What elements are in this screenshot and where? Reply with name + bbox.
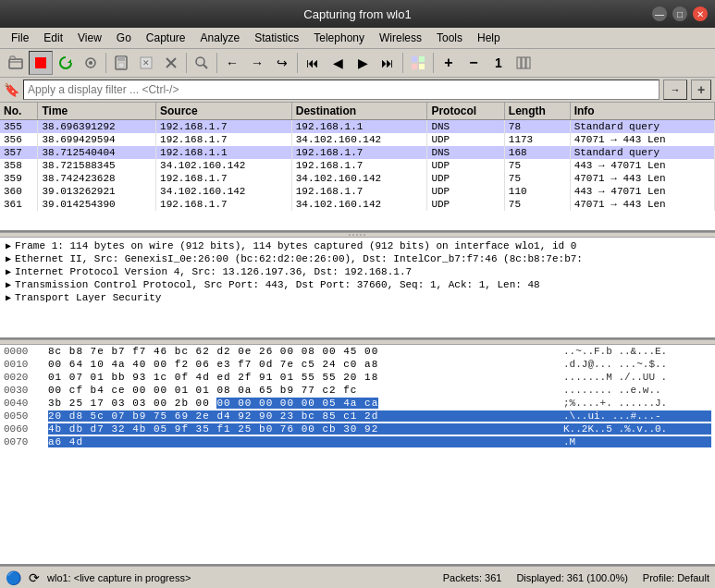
table-row[interactable]: 36139.014254390192.168.1.734.102.160.142… (0, 198, 715, 211)
maximize-button[interactable]: □ (672, 6, 687, 21)
hex-row[interactable]: 00604b db d7 32 4b 05 9f 35 f1 25 b0 76 … (0, 423, 715, 435)
minimize-button[interactable]: — (652, 6, 667, 21)
options-button[interactable] (79, 51, 103, 75)
detail-item[interactable]: ▶Frame 1: 114 bytes on wire (912 bits), … (2, 239, 713, 252)
col-source[interactable]: Source (156, 103, 292, 120)
menu-item-go[interactable]: Go (109, 30, 139, 46)
window-title: Capturing from wlo1 (303, 7, 411, 21)
svg-line-14 (203, 65, 207, 68)
detail-item[interactable]: ▶Ethernet II, Src: GenexisI_0e:26:00 (bc… (2, 252, 713, 265)
toolbar-separator-3 (216, 53, 217, 73)
hex-offset: 0010 (4, 359, 41, 370)
hex-row[interactable]: 00008c b8 7e b7 f7 46 bc 62 d2 0e 26 00 … (0, 345, 715, 358)
filter-icon: 🔖 (4, 82, 19, 98)
open-button[interactable] (4, 51, 28, 75)
svg-rect-1 (10, 56, 15, 59)
col-destination[interactable]: Destination (291, 103, 427, 120)
hex-row[interactable]: 001000 64 10 4a 40 00 f2 06 e3 f7 0d 7e … (0, 358, 715, 371)
detail-item[interactable]: ▶Transmission Control Protocol, Src Port… (2, 278, 713, 291)
packet-table-body: 35538.696391292192.168.1.7192.168.1.1DNS… (0, 120, 715, 212)
zoom-out-button[interactable]: − (462, 51, 486, 75)
col-info[interactable]: Info (570, 103, 714, 120)
svg-point-5 (89, 61, 92, 65)
menu-item-statistics[interactable]: Statistics (247, 30, 306, 46)
table-row[interactable]: 35638.699429594192.168.1.734.102.160.142… (0, 133, 715, 146)
hex-row[interactable]: 002001 07 01 bb 93 1c 0f 4d ed 2f 91 01 … (0, 371, 715, 384)
packets-count: Packets: 361 (443, 572, 502, 583)
hex-ascii: .M (563, 436, 711, 447)
menu-item-analyze[interactable]: Analyze (193, 30, 248, 46)
col-protocol[interactable]: Protocol (427, 103, 504, 120)
toolbar: ✕ ← → ↪ ⏮ ◀ ▶ ⏭ + − 1 (0, 49, 715, 78)
status-spinner-icon: ⟳ (29, 570, 40, 585)
svg-rect-16 (419, 56, 425, 62)
zoom-in-button[interactable]: + (437, 51, 461, 75)
resize-columns-button[interactable] (512, 51, 536, 75)
detail-text: Frame 1: 114 bytes on wire (912 bits), 1… (15, 240, 576, 251)
detail-text: Ethernet II, Src: GenexisI_0e:26:00 (bc:… (15, 253, 583, 264)
table-row[interactable]: 35738.712540404192.168.1.1192.168.1.7DNS… (0, 146, 715, 159)
menu-item-wireless[interactable]: Wireless (372, 30, 429, 46)
detail-item[interactable]: ▶Internet Protocol Version 4, Src: 13.12… (2, 265, 713, 278)
hex-ascii: .......M ./..UU . (563, 372, 711, 383)
hex-row[interactable]: 0070a6 4d.M (0, 435, 715, 448)
hex-bytes: 00 64 10 4a 40 00 f2 06 e3 f7 0d 7e c5 2… (48, 359, 563, 370)
toolbar-separator-1 (105, 53, 106, 73)
menu-item-capture[interactable]: Capture (139, 30, 193, 46)
close-file-button[interactable]: ✕ (134, 51, 158, 75)
hex-offset: 0060 (4, 423, 41, 435)
hex-offset: 0070 (4, 436, 41, 447)
status-capture-icon: 🔵 (6, 570, 21, 585)
table-row[interactable]: 35538.696391292192.168.1.7192.168.1.1DNS… (0, 120, 715, 134)
svg-rect-8 (118, 63, 124, 67)
svg-text:✕: ✕ (142, 58, 150, 67)
col-time[interactable]: Time (38, 103, 156, 120)
display-filter-input[interactable] (23, 80, 660, 100)
colorize-button[interactable] (406, 51, 430, 75)
restart-button[interactable] (54, 51, 78, 75)
filter-add-button[interactable]: + (691, 80, 711, 100)
first-button[interactable]: ⏮ (301, 51, 325, 75)
toolbar-separator-5 (402, 53, 403, 73)
last-button[interactable]: ⏭ (376, 51, 400, 75)
close-button[interactable]: ✕ (693, 6, 708, 21)
normal-size-button[interactable]: 1 (487, 51, 511, 75)
next-button[interactable]: ▶ (351, 51, 375, 75)
filter-apply-button[interactable]: → (663, 80, 687, 100)
prev-button[interactable]: ◀ (326, 51, 350, 75)
table-row[interactable]: 36039.01326292134.102.160.142192.168.1.7… (0, 185, 715, 198)
svg-marker-3 (68, 59, 71, 63)
back-button[interactable]: ← (220, 51, 244, 75)
col-no[interactable]: No. (0, 103, 38, 120)
save-button[interactable] (109, 51, 133, 75)
menu-item-help[interactable]: Help (470, 30, 508, 46)
col-length[interactable]: Length (504, 103, 570, 120)
detail-arrow-icon: ▶ (6, 253, 11, 264)
menu-item-file[interactable]: File (4, 30, 36, 46)
svg-point-13 (196, 57, 204, 66)
hex-offset: 0020 (4, 372, 41, 383)
hex-dump[interactable]: 00008c b8 7e b7 f7 46 bc 62 d2 0e 26 00 … (0, 345, 715, 566)
hex-row[interactable]: 00403b 25 17 03 03 00 2b 00 00 00 00 00 … (0, 397, 715, 410)
packet-details[interactable]: ▶Frame 1: 114 bytes on wire (912 bits), … (0, 238, 715, 339)
export-button[interactable] (159, 51, 183, 75)
detail-text: Transmission Control Protocol, Src Port:… (15, 279, 540, 290)
find-button[interactable] (190, 51, 214, 75)
hex-row[interactable]: 003000 cf b4 ce 00 00 01 01 08 0a 65 b9 … (0, 384, 715, 397)
packet-list[interactable]: No. Time Source Destination Protocol Len… (0, 103, 715, 232)
table-row[interactable]: 35838.72158834534.102.160.142192.168.1.7… (0, 159, 715, 172)
hex-bytes: 8c b8 7e b7 f7 46 bc 62 d2 0e 26 00 08 0… (48, 346, 563, 357)
menu-item-tools[interactable]: Tools (429, 30, 470, 46)
menu-item-telephony[interactable]: Telephony (306, 30, 372, 46)
stop-button[interactable] (29, 51, 53, 75)
menu-item-view[interactable]: View (70, 30, 109, 46)
hex-offset: 0040 (4, 398, 41, 409)
forward-button[interactable]: → (245, 51, 269, 75)
jump-button[interactable]: ↪ (270, 51, 294, 75)
detail-arrow-icon: ▶ (6, 279, 11, 290)
detail-item[interactable]: ▶Transport Layer Security (2, 291, 713, 304)
menu-item-edit[interactable]: Edit (36, 30, 70, 46)
hex-row[interactable]: 005020 d8 5c 07 b9 75 69 2e d4 92 90 23 … (0, 410, 715, 423)
table-row[interactable]: 35938.742423628192.168.1.734.102.160.142… (0, 172, 715, 185)
filterbar: 🔖 → + (0, 78, 715, 103)
